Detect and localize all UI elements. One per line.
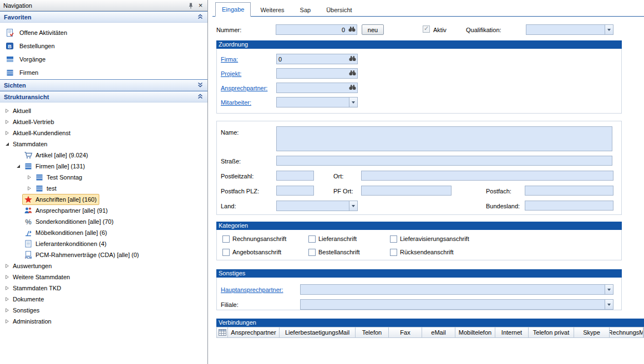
favorite-item-firmen[interactable]: Firmen bbox=[0, 66, 207, 79]
tree-item-anschriften-alle-160[interactable]: Anschriften [alle] (160) bbox=[0, 194, 207, 205]
column-header-telefon[interactable]: Telefon bbox=[356, 327, 389, 337]
chevron-up-icon[interactable] bbox=[197, 94, 203, 100]
tree-item-mobelkonditionen-alle-6[interactable]: Möbelkonditionen [alle] (6) bbox=[0, 227, 207, 238]
ansprechpartner-link[interactable]: Ansprechpartner: bbox=[221, 85, 267, 91]
ansprechpartner-input[interactable] bbox=[277, 83, 347, 93]
checkbox[interactable] bbox=[390, 249, 397, 256]
expand-arrow-icon[interactable] bbox=[3, 109, 11, 113]
binoculars-button[interactable] bbox=[347, 54, 357, 64]
close-icon[interactable]: × bbox=[196, 1, 205, 9]
tree-item-weitere-stammdaten[interactable]: Weitere Stammdaten bbox=[0, 271, 207, 283]
column-header-rechnungsm[interactable]: RechnungsM bbox=[610, 327, 643, 337]
expand-arrow-icon[interactable] bbox=[3, 319, 11, 324]
binoculars-icon bbox=[349, 84, 356, 91]
column-header-ansprechpartner[interactable]: Ansprechpartner bbox=[228, 327, 280, 337]
tree-item-ansprechpartner-alle-91[interactable]: Ansprechpartner [alle] (91) bbox=[0, 205, 207, 216]
hauptansprechpartner-link[interactable]: Hauptansprechpartner: bbox=[221, 286, 283, 293]
tree-item-stammdaten[interactable]: Stammdaten bbox=[0, 139, 207, 150]
hauptansprechpartner-select[interactable] bbox=[300, 284, 613, 295]
checkbox-label: Lieferavisierungsanschrift bbox=[400, 235, 469, 242]
column-header-lieferbestaetigungsmail[interactable]: LieferbestaetigungsMail bbox=[280, 327, 356, 337]
tree-item-administration[interactable]: Administration bbox=[0, 316, 207, 327]
postleitzahl-input[interactable] bbox=[277, 171, 313, 180]
tree-item-aktuell[interactable]: Aktuell bbox=[0, 105, 207, 116]
tree-item-sonderkonditionen-alle-70[interactable]: %Sonderkonditionen [alle] (70) bbox=[0, 216, 207, 227]
tree-label-wrap: Firmen [alle] (131) bbox=[22, 161, 88, 172]
expand-arrow-icon[interactable] bbox=[3, 131, 11, 135]
name-input[interactable] bbox=[276, 126, 612, 151]
checkbox[interactable] bbox=[308, 249, 316, 256]
postfach-plz-input[interactable] bbox=[277, 186, 313, 195]
aktiv-checkbox[interactable]: ✓ bbox=[423, 25, 430, 33]
checkbox[interactable] bbox=[390, 235, 397, 243]
expand-arrow-icon[interactable] bbox=[3, 264, 11, 268]
column-header-mobiltelefon[interactable]: Mobiltelefon bbox=[455, 327, 495, 337]
tree-item-stammdaten-tkd[interactable]: Stammdaten TKD bbox=[0, 283, 207, 294]
expand-arrow-icon[interactable] bbox=[3, 286, 11, 290]
tab-eingabe[interactable]: Eingabe bbox=[215, 2, 251, 17]
binoculars-button[interactable] bbox=[347, 25, 357, 34]
ansprechpartner-field bbox=[276, 83, 358, 93]
column-header-telefon-privat[interactable]: Telefon privat bbox=[529, 327, 574, 337]
application-window: Navigation × Favoriten Offene Aktivitäte… bbox=[0, 0, 644, 364]
tree-item-firmen-alle-131[interactable]: Firmen [alle] (131) bbox=[0, 161, 207, 172]
projekt-input[interactable] bbox=[277, 69, 347, 78]
bundesland-input[interactable] bbox=[525, 201, 613, 210]
tree-item-lieferantenkonditionen-4[interactable]: Lieferantenkonditionen (4) bbox=[0, 238, 207, 249]
column-header-skype[interactable]: Skype bbox=[574, 327, 610, 337]
firma-link[interactable]: Firma: bbox=[221, 56, 238, 63]
tree-item-dokumente[interactable]: Dokumente bbox=[0, 294, 207, 305]
land-select[interactable] bbox=[276, 201, 358, 211]
column-header-internet[interactable]: Internet bbox=[495, 327, 529, 337]
pin-icon[interactable] bbox=[186, 1, 195, 9]
tab-sap[interactable]: Sap bbox=[294, 3, 317, 17]
tab-weiteres[interactable]: Weiteres bbox=[254, 3, 290, 17]
filiale-select[interactable] bbox=[300, 299, 613, 310]
verbindungen-header-row: AnsprechpartnerLieferbestaetigungsMailTe… bbox=[216, 327, 644, 338]
mitarbeiter-select[interactable] bbox=[276, 97, 358, 107]
tree-indent bbox=[0, 166, 14, 167]
checkbox[interactable] bbox=[222, 249, 230, 256]
expand-arrow-icon[interactable] bbox=[3, 308, 11, 312]
firma-input[interactable] bbox=[277, 54, 347, 64]
expand-arrow-icon[interactable] bbox=[3, 297, 11, 301]
projekt-link[interactable]: Projekt: bbox=[221, 70, 241, 77]
tree-item-auswertungen[interactable]: Auswertungen bbox=[0, 260, 207, 271]
qualifikation-select[interactable] bbox=[526, 24, 613, 35]
chevron-down-icon[interactable] bbox=[197, 82, 203, 89]
mitarbeiter-link[interactable]: Mitarbeiter: bbox=[221, 99, 251, 106]
nummer-input[interactable] bbox=[276, 25, 347, 34]
tree-item-pcm-rahmenvertrage-cda-alle-0[interactable]: PCMPCM-Rahmenverträge (CDA) [alle] (0) bbox=[0, 249, 207, 260]
checkbox[interactable] bbox=[222, 235, 230, 243]
tree-item-aktuell-vertrieb[interactable]: Aktuell-Vertrieb bbox=[0, 116, 207, 127]
tree-item-artikel-alle-9-024[interactable]: Artikel [alle] (9.024) bbox=[0, 150, 207, 161]
chevron-up-icon[interactable] bbox=[197, 14, 203, 20]
favorite-item-bestellungen[interactable]: BBestellungen bbox=[0, 39, 207, 53]
strasse-input[interactable] bbox=[277, 156, 612, 165]
neu-button[interactable]: neu bbox=[362, 24, 384, 35]
expand-arrow-icon[interactable] bbox=[26, 175, 33, 180]
favorite-item-vorgange[interactable]: Vorgänge bbox=[0, 53, 207, 66]
section-header-strukturansicht[interactable]: Strukturansicht bbox=[0, 91, 207, 102]
expand-arrow-icon[interactable] bbox=[3, 275, 11, 279]
expand-arrow-icon[interactable] bbox=[3, 120, 11, 124]
postfach-input[interactable] bbox=[525, 186, 613, 195]
binoculars-button[interactable] bbox=[347, 83, 357, 93]
section-header-favoriten[interactable]: Favoriten bbox=[0, 11, 207, 23]
column-header-fax[interactable]: Fax bbox=[389, 327, 422, 337]
column-header-email[interactable]: eMail bbox=[422, 327, 455, 337]
tree-item-test-sonntag[interactable]: Test Sonntag bbox=[0, 172, 207, 183]
collapse-arrow-icon[interactable] bbox=[3, 142, 11, 146]
collapse-arrow-icon[interactable] bbox=[14, 164, 22, 168]
ort-input[interactable] bbox=[362, 171, 613, 180]
pf-ort-input[interactable] bbox=[362, 186, 451, 195]
tree-item-aktuell-kundendienst[interactable]: Aktuell-Kundendienst bbox=[0, 127, 207, 139]
checkbox[interactable] bbox=[308, 235, 316, 243]
binoculars-button[interactable] bbox=[347, 69, 357, 78]
expand-arrow-icon[interactable] bbox=[26, 186, 33, 191]
favorite-item-offene-aktivitaten[interactable]: Offene Aktivitäten bbox=[0, 26, 207, 39]
tree-item-test[interactable]: test bbox=[0, 183, 207, 194]
tab-ubersicht[interactable]: Übersicht bbox=[320, 3, 358, 17]
tree-item-sonstiges[interactable]: Sonstiges bbox=[0, 305, 207, 316]
section-header-sichten[interactable]: Sichten bbox=[0, 79, 207, 91]
